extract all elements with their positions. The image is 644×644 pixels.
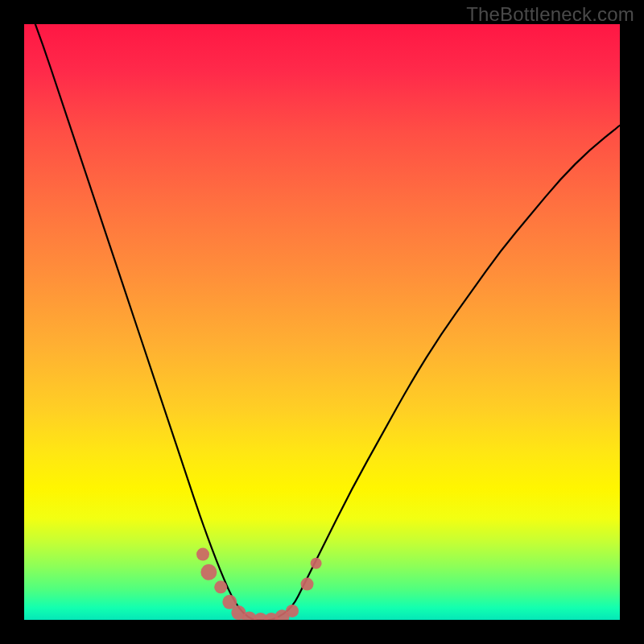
chart-svg: [24, 24, 620, 620]
data-marker: [311, 558, 322, 569]
data-marker: [286, 605, 299, 617]
outer-frame: TheBottleneck.com: [0, 0, 644, 644]
data-marker: [196, 548, 209, 561]
data-marker: [214, 580, 227, 593]
watermark-text: TheBottleneck.com: [466, 3, 634, 26]
data-marker: [301, 578, 314, 591]
plot-area: [24, 24, 620, 620]
data-marker: [200, 564, 217, 580]
bottleneck-curve: [24, 24, 620, 620]
